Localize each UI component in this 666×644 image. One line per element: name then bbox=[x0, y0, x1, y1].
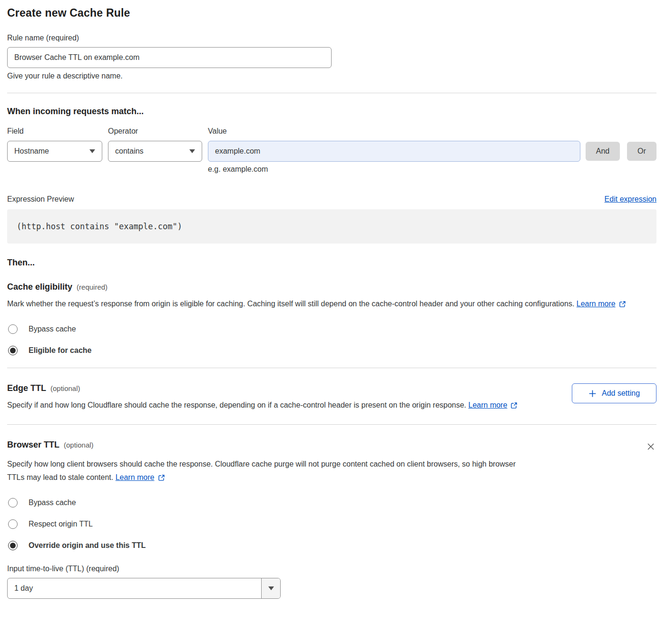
caret-down-icon bbox=[89, 149, 95, 153]
external-link-icon bbox=[619, 301, 626, 308]
radio-selected-icon[interactable] bbox=[8, 541, 18, 550]
operator-label: Operator bbox=[108, 127, 208, 136]
expression-preview-label: Expression Preview bbox=[7, 195, 74, 204]
plus-icon bbox=[588, 390, 597, 398]
expression-header-row: Expression Preview Edit expression bbox=[7, 195, 656, 204]
or-button[interactable]: Or bbox=[627, 142, 656, 161]
radio-icon[interactable] bbox=[8, 324, 18, 334]
cache-eligibility-title: Cache eligibility bbox=[7, 282, 72, 292]
edge-ttl-row: Edge TTL (optional) Specify if and how l… bbox=[7, 383, 656, 412]
operator-select[interactable]: contains bbox=[108, 141, 202, 162]
field-select[interactable]: Hostname bbox=[7, 141, 102, 162]
create-cache-rule-form: Create new Cache Rule Rule name (require… bbox=[0, 0, 666, 607]
ttl-input-label: Input time-to-live (TTL) (required) bbox=[7, 565, 656, 573]
expression-code-block: (http.host contains "example.com") bbox=[7, 209, 656, 244]
cache-eligibility-qualifier: (required) bbox=[77, 283, 108, 291]
radio-icon[interactable] bbox=[8, 498, 18, 507]
value-helper: e.g. example.com bbox=[208, 165, 656, 174]
match-column-labels: Field Operator Value bbox=[7, 127, 656, 136]
ttl-select[interactable]: 1 day bbox=[7, 578, 281, 599]
radio-bypass-cache[interactable]: Bypass cache bbox=[7, 324, 656, 334]
edge-ttl-qualifier: (optional) bbox=[50, 384, 80, 392]
radio-label: Bypass cache bbox=[29, 498, 76, 507]
cache-eligibility-description-text: Mark whether the request’s response from… bbox=[7, 300, 574, 308]
then-heading: Then... bbox=[7, 258, 656, 268]
browser-ttl-title: Browser TTL bbox=[7, 440, 59, 450]
browser-ttl-description-text: Specify how long client browsers should … bbox=[7, 460, 516, 481]
radio-label: Eligible for cache bbox=[29, 346, 91, 355]
edge-ttl-title-row: Edge TTL (optional) bbox=[7, 383, 518, 393]
edge-ttl-section: Edge TTL (optional) Specify if and how l… bbox=[7, 383, 656, 412]
add-setting-button[interactable]: Add setting bbox=[572, 383, 656, 403]
and-button[interactable]: And bbox=[586, 142, 620, 161]
browser-ttl-qualifier: (optional) bbox=[64, 441, 94, 449]
rule-name-helper: Give your rule a descriptive name. bbox=[7, 72, 656, 80]
remove-setting-button[interactable] bbox=[645, 441, 656, 452]
match-heading: When incoming requests match... bbox=[7, 107, 656, 117]
radio-selected-icon[interactable] bbox=[8, 346, 18, 355]
radio-label: Respect origin TTL bbox=[29, 520, 93, 528]
expression-code: (http.host contains "example.com") bbox=[17, 222, 182, 231]
radio-bypass-cache-browser[interactable]: Bypass cache bbox=[7, 498, 656, 507]
cache-eligibility-title-row: Cache eligibility (required) bbox=[7, 282, 656, 292]
edge-ttl-description: Specify if and how long Cloudflare shoul… bbox=[7, 399, 518, 412]
rule-name-input[interactable] bbox=[7, 47, 332, 68]
match-section: When incoming requests match... Field Op… bbox=[7, 107, 656, 174]
radio-override-origin-ttl[interactable]: Override origin and use this TTL bbox=[7, 541, 656, 550]
ttl-select-arrow-button[interactable] bbox=[261, 578, 280, 598]
section-divider bbox=[7, 368, 656, 368]
rule-name-label: Rule name (required) bbox=[7, 34, 656, 42]
match-controls-row: Hostname contains And Or bbox=[7, 141, 656, 162]
rule-name-section: Rule name (required) Give your rule a de… bbox=[7, 34, 656, 80]
edge-ttl-description-text: Specify if and how long Cloudflare shoul… bbox=[7, 401, 466, 409]
edit-expression-link[interactable]: Edit expression bbox=[605, 195, 656, 204]
radio-respect-origin-ttl[interactable]: Respect origin TTL bbox=[7, 519, 656, 529]
browser-ttl-title-row: Browser TTL (optional) bbox=[7, 440, 656, 452]
page-title: Create new Cache Rule bbox=[7, 7, 656, 20]
radio-eligible-for-cache[interactable]: Eligible for cache bbox=[7, 346, 656, 355]
close-icon bbox=[646, 442, 656, 451]
radio-label: Bypass cache bbox=[29, 325, 76, 333]
radio-label: Override origin and use this TTL bbox=[29, 541, 146, 550]
external-link-icon bbox=[510, 402, 518, 409]
edge-ttl-text-block: Edge TTL (optional) Specify if and how l… bbox=[7, 383, 518, 412]
section-divider bbox=[7, 424, 656, 425]
section-divider bbox=[7, 93, 656, 93]
browser-ttl-section: Browser TTL (optional) Specify how long … bbox=[7, 440, 656, 599]
external-link-icon bbox=[158, 474, 165, 481]
browser-ttl-description: Specify how long client browsers should … bbox=[7, 458, 526, 484]
caret-down-icon bbox=[189, 149, 195, 153]
radio-icon[interactable] bbox=[8, 519, 18, 529]
learn-more-link[interactable]: Learn more bbox=[469, 401, 518, 409]
field-label: Field bbox=[7, 127, 108, 136]
learn-more-link[interactable]: Learn more bbox=[116, 473, 165, 481]
edge-ttl-title: Edge TTL bbox=[7, 383, 46, 393]
cache-eligibility-description: Mark whether the request’s response from… bbox=[7, 297, 647, 311]
caret-down-icon bbox=[268, 586, 274, 590]
learn-more-link[interactable]: Learn more bbox=[577, 300, 626, 308]
ttl-select-value: 1 day bbox=[8, 578, 261, 598]
field-select-value: Hostname bbox=[14, 147, 49, 156]
value-label: Value bbox=[208, 127, 227, 136]
expression-section: Expression Preview Edit expression (http… bbox=[7, 195, 656, 244]
value-input[interactable] bbox=[208, 141, 580, 162]
cache-eligibility-section: Cache eligibility (required) Mark whethe… bbox=[7, 282, 656, 355]
operator-select-value: contains bbox=[115, 147, 144, 156]
